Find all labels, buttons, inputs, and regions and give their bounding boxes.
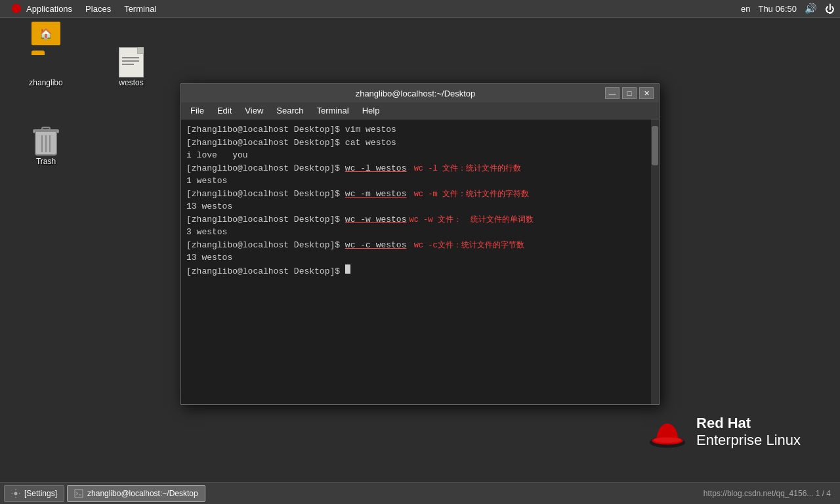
desktop-icon-trash[interactable]: Trash xyxy=(20,123,72,169)
annotation-6: wc -m 文件：统计文件的字符数 xyxy=(409,188,528,200)
topbar: Applications Places Terminal en Thu 06:5… xyxy=(0,0,840,18)
terminal-line-10: [zhanglibo@localhost Desktop]$ wc -c wes… xyxy=(186,239,646,252)
minimize-button[interactable]: — xyxy=(605,87,620,99)
cmd-1: vim westos xyxy=(345,123,396,136)
terminal-line-5: 1 westos xyxy=(186,175,646,188)
trash-icon xyxy=(30,125,62,157)
annotation-8: wc -w 文件： 统计文件的单词数 xyxy=(409,214,534,226)
svg-point-2 xyxy=(654,437,681,442)
desktop-icon-westos[interactable]: westos xyxy=(105,44,158,90)
terminal-line-2: [zhanglibo@localhost Desktop]$ cat westo… xyxy=(186,136,646,150)
power-icon[interactable]: ⏻ xyxy=(825,3,835,14)
terminal-body: [zhanglibo@localhost Desktop]$ vim westo… xyxy=(181,119,659,404)
folder-icon: 🏠 xyxy=(30,47,62,78)
prompt-10: [zhanglibo@localhost Desktop]$ xyxy=(186,239,345,252)
applications-menu[interactable]: Applications xyxy=(5,0,79,18)
redhat-product: Enterprise Linux xyxy=(696,432,801,449)
trash-label: Trash xyxy=(36,157,56,166)
taskbar-right: https://blog.csdn.net/qq_4156... 1 / 4 xyxy=(704,489,836,498)
output-7: 13 westos xyxy=(186,200,232,213)
desktop: 🏠 zhanglibo westos xyxy=(0,18,840,482)
cmd-6: wc -m westos xyxy=(345,188,407,201)
terminal-titlebar: zhanglibo@localhost:~/Desktop — □ ✕ xyxy=(181,84,659,102)
menu-search[interactable]: Search xyxy=(271,104,308,117)
terminal-menubar: File Edit View Search Terminal Help xyxy=(181,102,659,119)
redhat-text: Red Hat Enterprise Linux xyxy=(696,415,801,449)
settings-taskbar-btn[interactable]: [Settings] xyxy=(4,485,64,502)
terminal-icon xyxy=(74,489,83,498)
taskbar: [Settings] zhanglibo@localhost:~/Desktop… xyxy=(0,482,840,504)
prompt-4: [zhanglibo@localhost Desktop]$ xyxy=(186,162,345,175)
menu-terminal[interactable]: Terminal xyxy=(312,104,354,117)
terminal-cursor xyxy=(345,264,350,274)
terminal-line-8: [zhanglibo@localhost Desktop]$ wc -w wes… xyxy=(186,213,646,226)
menu-file[interactable]: File xyxy=(185,104,209,117)
terminal-line-4: [zhanglibo@localhost Desktop]$ wc -l wes… xyxy=(186,162,646,175)
prompt-2: [zhanglibo@localhost Desktop]$ xyxy=(186,136,345,150)
taskbar-left: [Settings] zhanglibo@localhost:~/Desktop xyxy=(4,485,205,502)
output-9: 3 westos xyxy=(186,226,227,239)
terminal-line-1: [zhanglibo@localhost Desktop]$ vim westo… xyxy=(186,123,646,136)
terminal-taskbar-label: zhanglibo@localhost:~/Desktop xyxy=(87,489,198,498)
terminal-line-9: 3 westos xyxy=(186,226,646,239)
output-11: 13 westos xyxy=(186,251,232,264)
terminal-window-title: zhanglibo@localhost:~/Desktop xyxy=(226,89,605,98)
close-button[interactable]: ✕ xyxy=(639,87,654,99)
redhat-logo: Red Hat Enterprise Linux xyxy=(648,413,801,450)
cmd-10: wc -c westos xyxy=(345,239,407,252)
cmd-8: wc -w westos xyxy=(345,213,407,226)
maximize-button[interactable]: □ xyxy=(622,87,637,99)
cmd-4: wc -l westos xyxy=(345,162,407,175)
prompt-12: [zhanglibo@localhost Desktop]$ xyxy=(186,265,345,278)
settings-label: [Settings] xyxy=(24,489,57,498)
cmd-2: cat westos xyxy=(345,136,396,150)
locale-indicator: en xyxy=(741,4,750,14)
trash-body xyxy=(35,131,57,156)
westos-label: westos xyxy=(119,78,143,87)
gear-icon xyxy=(11,489,20,498)
prompt-8: [zhanglibo@localhost Desktop]$ xyxy=(186,213,345,226)
places-label: Places xyxy=(85,4,111,14)
redhat-hat-icon xyxy=(648,413,687,450)
annotation-4: wc -l 文件：统计文件的行数 xyxy=(409,163,520,175)
terminal-line-11: 13 westos xyxy=(186,251,646,264)
topbar-left: Applications Places Terminal xyxy=(5,0,163,18)
file-icon xyxy=(116,47,147,78)
terminal-line-6: [zhanglibo@localhost Desktop]$ wc -m wes… xyxy=(186,188,646,201)
svg-rect-4 xyxy=(75,490,83,497)
menu-help[interactable]: Help xyxy=(357,104,385,117)
file-corner xyxy=(137,47,144,54)
zhanglibo-label: zhanglibo xyxy=(29,78,62,87)
desktop-icon-zhanglibo[interactable]: 🏠 zhanglibo xyxy=(20,44,72,90)
terminal-line-7: 13 westos xyxy=(186,200,646,213)
places-menu[interactable]: Places xyxy=(79,0,117,18)
svg-point-3 xyxy=(14,492,18,495)
redhat-name: Red Hat xyxy=(696,415,801,432)
window-controls: — □ ✕ xyxy=(605,87,654,99)
terminal-window: zhanglibo@localhost:~/Desktop — □ ✕ File… xyxy=(180,83,660,405)
prompt-1: [zhanglibo@localhost Desktop]$ xyxy=(186,123,345,136)
clock: Thu 06:50 xyxy=(758,4,797,14)
output-3: i love you xyxy=(186,149,248,162)
terminal-scrollbar[interactable] xyxy=(651,119,659,404)
terminal-line-12: [zhanglibo@localhost Desktop]$ xyxy=(186,264,646,278)
annotation-10: wc -c文件：统计文件的字节数 xyxy=(409,240,524,251)
output-5: 1 westos xyxy=(186,175,227,188)
menu-edit[interactable]: Edit xyxy=(212,104,237,117)
topbar-right: en Thu 06:50 🔊 ⏻ xyxy=(741,3,835,14)
prompt-6: [zhanglibo@localhost Desktop]$ xyxy=(186,188,345,201)
file-lines xyxy=(122,57,139,67)
page-info: https://blog.csdn.net/qq_4156... 1 / 4 xyxy=(704,489,831,498)
terminal-content[interactable]: [zhanglibo@localhost Desktop]$ vim westo… xyxy=(181,119,651,404)
terminal-taskbar-btn[interactable]: zhanglibo@localhost:~/Desktop xyxy=(67,485,205,502)
volume-icon[interactable]: 🔊 xyxy=(805,3,817,14)
terminal-line-3: i love you xyxy=(186,149,646,162)
redhat-icon xyxy=(12,4,21,13)
terminal-label: Terminal xyxy=(124,4,156,14)
applications-label: Applications xyxy=(26,4,72,14)
terminal-menu[interactable]: Terminal xyxy=(117,0,163,18)
menu-view[interactable]: View xyxy=(240,104,268,117)
